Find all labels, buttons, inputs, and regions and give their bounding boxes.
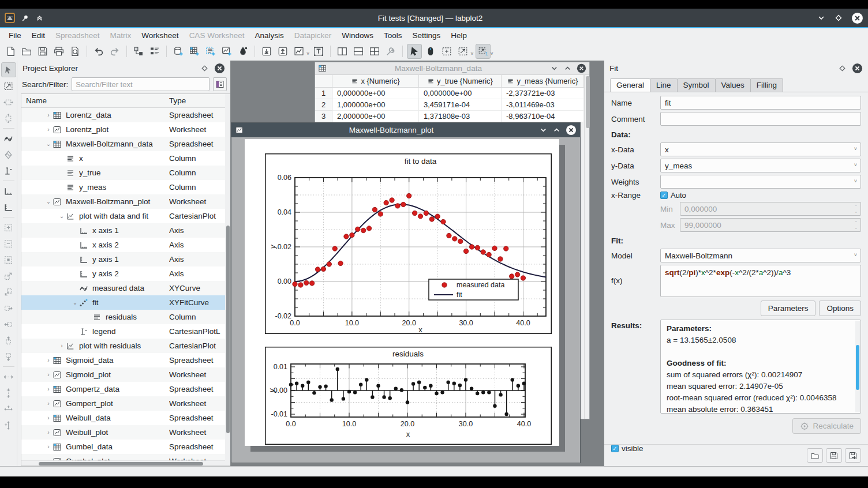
tree-expander-icon[interactable]: › <box>44 126 53 133</box>
tree-row-weibull_plot[interactable]: ›Weibull_plotWorksheet <box>21 425 230 440</box>
menu-analysis[interactable]: Analysis <box>249 30 289 41</box>
spreadsheet-corner[interactable] <box>315 75 332 87</box>
new-matrix-button[interactable] <box>203 44 218 59</box>
box-arrow-e-tool-button[interactable] <box>1 301 16 316</box>
spreadsheet-column-header[interactable]: y_true {Numeric} <box>419 75 502 87</box>
shift-x-tool-button[interactable] <box>1 369 16 384</box>
box-arrow-ne-tool-button[interactable] <box>1 268 16 283</box>
tree-header[interactable]: Name Type <box>21 94 230 108</box>
float-panel-icon[interactable] <box>838 64 847 73</box>
tab-values[interactable]: Values <box>715 78 751 92</box>
tree-row-weibull_data[interactable]: ›Weibull_dataSpreadsheet <box>21 411 230 425</box>
new-spreadsheet-button[interactable] <box>187 44 202 59</box>
toggle-project-explorer-button[interactable] <box>131 44 146 59</box>
close-panel-icon[interactable] <box>852 63 863 74</box>
model-combobox[interactable]: Maxwell-Boltzmann˅ <box>660 249 861 262</box>
new-plot-button[interactable] <box>291 44 306 59</box>
residuals-plot[interactable]: residuals0.010.020.030.040.0-0.010.000.0… <box>265 347 552 445</box>
max-input[interactable]: 99,000000⌃⌄ <box>680 218 861 232</box>
y-axis-tool-button[interactable] <box>1 200 16 215</box>
x-axis-tool-button[interactable] <box>1 183 16 198</box>
tree-expander-icon[interactable]: › <box>44 429 53 436</box>
formula-input[interactable]: sqrt(2/pi)*x^2*exp(-x^2/(2*a^2))/a^3 <box>660 265 861 297</box>
tree-row-measured-data[interactable]: measured dataXYCurve <box>21 281 230 295</box>
worksheet-window-titlebar[interactable]: Maxwell-Boltzmann_plot <box>231 123 580 137</box>
float-panel-icon[interactable] <box>200 64 209 73</box>
spreadsheet-cell[interactable]: 1,000000e+00 <box>332 99 419 111</box>
menu-tools[interactable]: Tools <box>379 30 407 41</box>
legend-tool-button[interactable] <box>1 163 16 178</box>
split-vertical-button[interactable] <box>335 44 350 59</box>
tree-row-y_true[interactable]: y_trueColumn <box>21 166 230 180</box>
window-maximize-icon[interactable] <box>552 126 561 134</box>
weights-combobox[interactable]: ˅ <box>660 175 861 189</box>
tree-row-gumbel_plot[interactable]: ›Gumbel_plotWorksheet <box>21 454 230 460</box>
tree-expander-icon[interactable]: ⌄ <box>71 299 79 306</box>
tree-row-x-axis-1[interactable]: x axis 1Axis <box>21 223 230 238</box>
tab-line[interactable]: Line <box>650 78 678 92</box>
select-region-tool-button[interactable] <box>1 78 16 93</box>
spreadsheet-cell[interactable]: -3,011469e-03 <box>502 99 584 111</box>
window-titlebar[interactable]: Fit tests [Changed] — labplot2 <box>0 9 868 27</box>
print-button[interactable] <box>51 44 66 59</box>
tree-row-residuals[interactable]: residualsColumn <box>21 310 230 324</box>
tree-row-y-axis-2[interactable]: y axis 2Axis <box>21 266 230 281</box>
tree-row-sigmoid_plot[interactable]: ›Sigmoid_plotWorksheet <box>21 367 230 382</box>
tree-expander-icon[interactable]: › <box>58 343 66 349</box>
new-datapicker-button[interactable] <box>235 44 250 59</box>
zoom-select-mode-button[interactable] <box>439 44 454 59</box>
spreadsheet-cell[interactable]: 0,000000e+00 <box>332 88 419 99</box>
tree-expander-icon[interactable]: ⌄ <box>44 141 53 147</box>
tree-vertical-scrollbar[interactable] <box>225 94 230 466</box>
tab-symbol[interactable]: Symbol <box>677 78 716 92</box>
navigate-mode-button[interactable] <box>423 44 438 59</box>
worksheet-window[interactable]: Maxwell-Boltzmann_plot fit to data0.010.… <box>231 122 581 463</box>
tree-row-maxwell-boltzmann_plot[interactable]: ⌄Maxwell-Boltzmann_plotWorksheet <box>21 194 230 209</box>
close-icon[interactable] <box>851 12 863 24</box>
scrollbar-thumb[interactable] <box>226 226 230 433</box>
tree-expander-icon[interactable]: › <box>44 371 53 378</box>
row-number[interactable]: 2 <box>315 99 332 111</box>
new-document-button[interactable] <box>3 44 18 59</box>
window-close-icon[interactable] <box>566 125 577 136</box>
tree-row-y_meas[interactable]: y_measColumn <box>21 180 230 194</box>
scrollbar-thumb[interactable] <box>39 462 203 466</box>
worksheet-view[interactable]: fit to data0.010.020.030.040.0-0.020.000… <box>231 137 580 463</box>
search-filter-input[interactable] <box>72 77 209 91</box>
close-panel-icon[interactable] <box>214 63 225 74</box>
tree-expander-icon[interactable]: › <box>44 415 53 421</box>
tree-expander-icon[interactable]: › <box>44 444 53 450</box>
window-maximize-icon[interactable] <box>563 64 572 73</box>
toggle-properties-explorer-button[interactable] <box>147 44 162 59</box>
window-minimize-icon[interactable] <box>539 126 548 134</box>
tab-general[interactable]: General <box>610 78 650 92</box>
worksheet-page[interactable]: fit to data0.010.020.030.040.0-0.020.000… <box>245 139 559 446</box>
tree-row-lorentz_plot[interactable]: ›Lorentz_plotWorksheet <box>21 122 230 137</box>
menu-help[interactable]: Help <box>446 30 472 41</box>
text-label-button[interactable] <box>311 44 326 59</box>
tree-row-gumbel_data[interactable]: ›Gumbel_dataSpreadsheet <box>21 440 230 454</box>
tree-row-legend[interactable]: legendCartesianPlotL <box>21 324 230 339</box>
parameters-button[interactable]: Parameters <box>761 301 816 316</box>
recalculate-button[interactable]: Recalculate <box>792 418 861 434</box>
box-arrow-n-tool-button[interactable] <box>1 333 16 348</box>
zoom-box-b-tool-button[interactable] <box>1 236 16 251</box>
save-button[interactable] <box>35 44 50 59</box>
print-preview-button[interactable] <box>68 44 83 59</box>
new-worksheet-button[interactable] <box>219 44 234 59</box>
spreadsheet-cell[interactable]: 0,000000e+00 <box>419 88 502 99</box>
resize-h-tool-button[interactable] <box>1 95 16 110</box>
select-mode-button[interactable] <box>407 44 422 59</box>
tree-row-lorentz_data[interactable]: ›Lorentz_dataSpreadsheet <box>21 108 230 122</box>
spreadsheet-cell[interactable]: 3,459171e-04 <box>419 99 502 111</box>
shift-y-tool-button[interactable] <box>1 385 16 400</box>
row-number[interactable]: 1 <box>315 88 332 99</box>
results-scrollbar[interactable] <box>855 321 860 412</box>
box-arrow-sw-tool-button[interactable] <box>1 284 16 299</box>
tree-column-type[interactable]: Type <box>169 96 230 105</box>
tree-row-gompert_plot[interactable]: ›Gompert_plotWorksheet <box>21 396 230 411</box>
xy-curve-tool-button[interactable] <box>1 131 16 146</box>
tree-expander-icon[interactable]: › <box>44 112 53 118</box>
dropdown-caret-icon[interactable]: ˅ <box>470 51 473 57</box>
resize-v-tool-button[interactable] <box>1 111 16 126</box>
